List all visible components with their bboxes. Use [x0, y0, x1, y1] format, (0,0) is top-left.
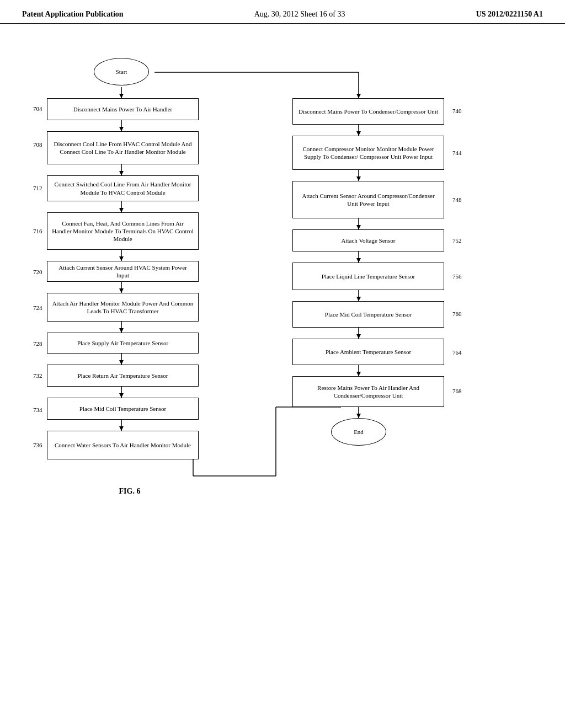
node-704: Disconnect Mains Power To Air Handler	[47, 98, 199, 120]
node-748: Attach Current Sensor Around Compressor/…	[292, 181, 444, 218]
node-716: Connect Fan, Heat, And Common Lines From…	[47, 212, 199, 250]
svg-marker-30	[356, 258, 361, 263]
node-734: Place Mid Coil Temperature Sensor	[47, 398, 199, 420]
ref-752: 752	[452, 237, 462, 244]
svg-marker-7	[119, 208, 124, 212]
node-start: Start	[94, 58, 149, 85]
svg-marker-17	[119, 393, 124, 398]
node-732: Place Return Air Temperature Sensor	[47, 365, 199, 387]
node-720: Attach Current Sensor Around HVAC System…	[47, 261, 199, 282]
header-left: Patent Application Publication	[22, 10, 124, 19]
ref-760: 760	[452, 311, 462, 317]
ref-748: 748	[452, 196, 462, 203]
svg-marker-15	[119, 360, 124, 365]
svg-marker-24	[356, 131, 361, 136]
node-760: Place Mid Coil Temperature Sensor	[292, 301, 444, 328]
svg-marker-19	[119, 426, 124, 431]
ref-740: 740	[452, 108, 462, 114]
ref-764: 764	[452, 349, 462, 356]
svg-marker-9	[119, 256, 124, 261]
ref-724: 724	[33, 304, 42, 311]
node-764: Place Ambient Temperature Sensor	[292, 339, 444, 365]
node-736: Connect Water Sensors To Air Handler Mon…	[47, 431, 199, 459]
svg-marker-3	[119, 127, 124, 131]
ref-736: 736	[33, 442, 42, 448]
node-768: Restore Mains Power To Air Handler And C…	[292, 376, 444, 407]
svg-marker-38	[356, 414, 361, 418]
svg-marker-36	[356, 372, 361, 376]
ref-720: 720	[33, 269, 42, 275]
node-724: Attach Air Handler Monitor Module Power …	[47, 293, 199, 322]
svg-marker-34	[356, 334, 361, 339]
svg-marker-5	[119, 171, 124, 175]
ref-704: 704	[33, 105, 42, 112]
page-header: Patent Application Publication Aug. 30, …	[0, 0, 565, 24]
ref-732: 732	[33, 372, 42, 379]
ref-708: 708	[33, 141, 42, 148]
node-712: Connect Switched Cool Line From Air Hand…	[47, 175, 199, 201]
node-740: Disconnect Mains Power To Condenser/Comp…	[292, 98, 444, 125]
header-right: US 2012/0221150 A1	[476, 10, 543, 19]
figure-label: FIG. 6	[80, 487, 179, 496]
svg-marker-1	[119, 94, 124, 98]
ref-734: 734	[33, 406, 42, 413]
header-center: Aug. 30, 2012 Sheet 16 of 33	[254, 10, 345, 19]
svg-marker-22	[356, 94, 361, 98]
node-end: End	[331, 418, 386, 446]
node-708: Disconnect Cool Line From HVAC Control M…	[47, 131, 199, 164]
svg-marker-13	[119, 328, 124, 333]
flowchart-arrows	[0, 24, 565, 697]
node-752: Attach Voltage Sensor	[292, 229, 444, 251]
ref-756: 756	[452, 273, 462, 280]
ref-768: 768	[452, 388, 462, 394]
node-756: Place Liquid Line Temperature Sensor	[292, 263, 444, 290]
ref-716: 716	[33, 228, 42, 234]
node-728: Place Supply Air Temperature Sensor	[47, 333, 199, 354]
ref-712: 712	[33, 185, 42, 191]
svg-marker-28	[356, 225, 361, 229]
svg-marker-32	[356, 297, 361, 301]
svg-marker-11	[119, 288, 124, 293]
diagram-area: Start 704 Disconnect Mains Power To Air …	[0, 24, 565, 697]
node-744: Connect Compressor Monitor Monitor Modul…	[292, 136, 444, 170]
ref-728: 728	[33, 340, 42, 347]
ref-744: 744	[452, 149, 462, 156]
svg-marker-26	[356, 176, 361, 181]
